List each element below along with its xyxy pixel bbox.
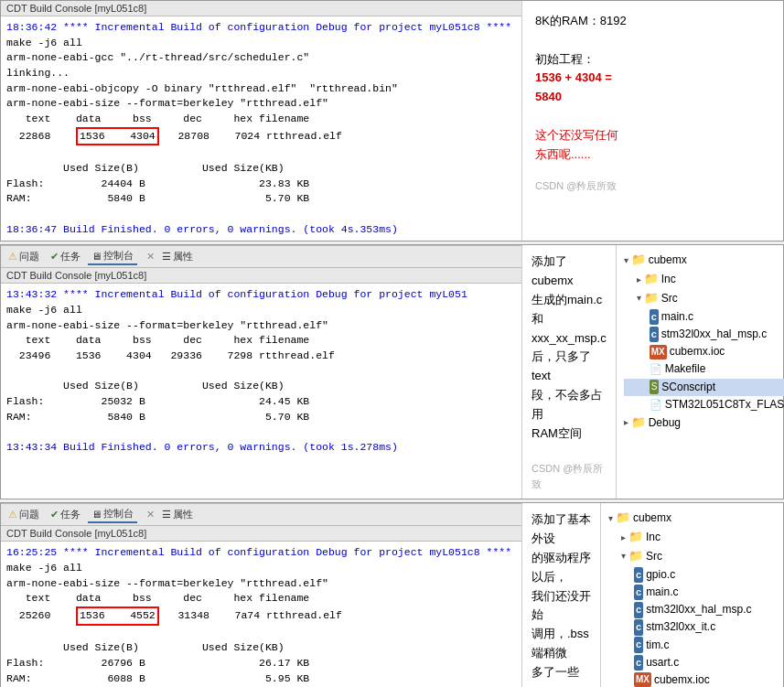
line-5: arm-none-eabi-objcopy -O binary "rtthrea… (6, 81, 516, 97)
tree-label-hal-msp: stm32l0xx_hal_msp.c (661, 326, 767, 343)
p3-c-icon-usart: c (634, 655, 643, 671)
panel-1: CDT Build Console [myL051c8] 18:36:42 **… (0, 0, 784, 242)
p3-mx-icon: MX (634, 672, 651, 687)
p3-tree-label-it: stm32l0xx_it.c (646, 618, 715, 636)
c-icon-main: c (650, 309, 659, 326)
line-8: 22868 1536 4304 28708 7024 rtthread.elf (6, 127, 516, 146)
p3-tree-hal-msp[interactable]: c stm32l0xx_hal_msp.c (608, 601, 776, 618)
p3-line7: Flash: 26796 B 26.17 KB (6, 656, 516, 671)
p3-tree-src[interactable]: ▾ 📁 Src (608, 547, 776, 566)
line-2: make -j6 all (6, 36, 516, 51)
ann1-line4: 5840 (535, 88, 770, 107)
ann1-line5: 这个还没写任何 (535, 126, 770, 145)
p3-tree-label-ioc: cubemx.ioc (654, 671, 710, 687)
p3-tree-gpio[interactable]: c gpio.c (608, 566, 776, 584)
panel-2: ⚠ 问题 ✔ 任务 🖥 控制台 ✕ ☰ 属性 CDT Build Conso (0, 244, 784, 499)
scons-icon: S (650, 380, 660, 394)
panel2-tree: ▾ 📁 cubemx ▸ 📁 Inc ▾ 📁 Src c main.c (616, 245, 784, 499)
p3-line1: 16:25:25 **** Incremental Build of confi… (6, 545, 516, 561)
panel2-annotation: 添加了cubemx 生成的main.c 和xxx_xx_msp.c 后，只多了t… (522, 245, 616, 499)
line-7: text data bss dec hex filename (6, 112, 516, 127)
line-8-pre: 22868 (6, 129, 76, 145)
folder-icon-src: 📁 (644, 289, 659, 308)
p3-tab-console-label: 控制台 (103, 507, 134, 521)
task-icon: ✔ (50, 251, 59, 263)
tab-task[interactable]: ✔ 任务 (47, 249, 84, 264)
p3-tree-ioc[interactable]: MX cubemx.ioc (608, 671, 776, 687)
p3-task-icon: ✔ (50, 509, 59, 521)
p2-line1: 13:43:32 **** Incremental Build of confi… (6, 287, 516, 303)
panel-3: ⚠ 问题 ✔ 任务 🖥 控制台 ✕ ☰ 属性 CDT Build Conso (0, 502, 784, 687)
p3-tree-inc[interactable]: ▸ 📁 Inc (608, 528, 776, 547)
tree-item-cubemx[interactable]: ▾ 📁 cubemx (624, 251, 784, 270)
tree-item-makefile[interactable]: 📄 Makefile (624, 360, 784, 378)
tab-console-label: 控制台 (103, 249, 134, 263)
panel1-content: 18:36:42 **** Incremental Build of confi… (1, 16, 521, 241)
p3-tab-properties[interactable]: ☰ 属性 (158, 507, 197, 522)
tree-label-mainc: main.c (661, 308, 693, 326)
tree-item-ioc[interactable]: MX cubemx.ioc (624, 343, 784, 360)
mx-icon: MX (650, 345, 667, 360)
ann1-line2: 初始工程： (535, 50, 770, 70)
line-blank1 (6, 145, 516, 161)
panel3-titlebar: CDT Build Console [myL051c8] (1, 526, 521, 542)
panel3-tree: ▾ 📁 cubemx ▸ 📁 Inc ▾ 📁 Src c gpio.c (600, 503, 783, 687)
panel1-titlebar: CDT Build Console [myL051c8] (1, 1, 521, 16)
p3-tree-label-gpio: gpio.c (646, 566, 675, 584)
ann1-line6: 东西呢...... (535, 145, 770, 165)
p2-line2: make -j6 all (6, 303, 516, 318)
ann1-line1: 8K的RAM：8192 (535, 12, 770, 31)
tree-item-hal-msp[interactable]: c stm32l0xx_hal_msp.c (624, 326, 784, 343)
p3-ann-line4: 调用，.bss端稍微 (532, 625, 591, 663)
tree-label-ld: STM32L051C8Tx_FLASH.ld (665, 396, 784, 413)
p3-tab-console[interactable]: 🖥 控制台 (88, 506, 137, 523)
p3-tree-main[interactable]: c main.c (608, 584, 776, 601)
line-4: linking... (6, 66, 516, 81)
p3-ann-line2: 的驱动程序以后， (532, 549, 591, 587)
p3-folder-src: 📁 (628, 547, 643, 566)
tree-label-ioc: cubemx.ioc (670, 343, 725, 360)
tab-divider-x: ✕ (146, 251, 155, 263)
p3-c-icon-gpio: c (634, 567, 643, 584)
tree-label-makefile: Makefile (665, 360, 706, 378)
p3-tab-task[interactable]: ✔ 任务 (47, 507, 84, 522)
ann1-blank1 (535, 31, 770, 50)
tree-item-debug[interactable]: ▸ 📁 Debug (624, 413, 784, 433)
tab-console[interactable]: 🖥 控制台 (88, 248, 137, 265)
line-9: Used Size(B) Used Size(KB) (6, 161, 516, 177)
p3-tab-problem-label: 问题 (19, 508, 39, 521)
p3-ann-line3: 我们还没开始 (532, 587, 591, 626)
main-container: CDT Build Console [myL051c8] 18:36:42 **… (0, 0, 784, 687)
p3-tree-it[interactable]: c stm32l0xx_it.c (608, 618, 776, 636)
panel3-console: ⚠ 问题 ✔ 任务 🖥 控制台 ✕ ☰ 属性 CDT Build Conso (1, 503, 522, 687)
tree-item-inc[interactable]: ▸ 📁 Inc (624, 270, 784, 289)
p3-tree-cubemx[interactable]: ▾ 📁 cubemx (608, 509, 776, 528)
p3-ann-line1: 添加了基本外设 (532, 510, 591, 549)
p2-line7: Flash: 25032 B 24.45 KB (6, 394, 516, 410)
p3-tree-label-usart: usart.c (646, 654, 679, 671)
tree-item-src[interactable]: ▾ 📁 Src (624, 289, 784, 308)
tree-item-sconscript[interactable]: S SConscript (624, 379, 784, 396)
p3-blank1 (6, 626, 516, 641)
tab-problem[interactable]: ⚠ 问题 (5, 249, 43, 264)
warning-icon: ⚠ (8, 251, 17, 263)
line-11: RAM: 5840 B 5.70 KB (6, 191, 516, 207)
p2-ann-line2: 生成的main.c (532, 291, 607, 310)
line-10: Flash: 24404 B 23.83 KB (6, 177, 516, 192)
p3-tab-problem[interactable]: ⚠ 问题 (5, 507, 43, 522)
p3-ann-line5: 多了一些 (532, 663, 591, 682)
tree-item-ld[interactable]: 📄 STM32L051C8Tx_FLASH.ld (624, 396, 784, 413)
p2-ann-line6: RAM空间 (532, 424, 607, 444)
p3-tree-tim[interactable]: c tim.c (608, 637, 776, 654)
properties-icon: ☰ (162, 251, 171, 263)
p3-c-icon-main: c (634, 585, 643, 601)
tree-item-mainc[interactable]: c main.c (624, 308, 784, 326)
p3-tree-label-tim: tim.c (646, 637, 669, 654)
p2-line4: text data bss dec hex filename (6, 333, 516, 349)
p3-line2: make -j6 all (6, 561, 516, 576)
p3-line5-pre: 25260 (6, 608, 76, 624)
chevron-down-icon-src: ▾ (637, 291, 641, 306)
p3-tree-usart[interactable]: c usart.c (608, 654, 776, 671)
folder-icon-debug: 📁 (631, 413, 646, 433)
tab-properties[interactable]: ☰ 属性 (158, 249, 197, 264)
